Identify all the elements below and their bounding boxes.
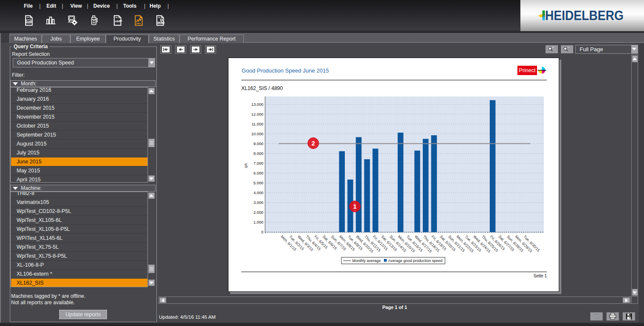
svg-text:12.000: 12.000 bbox=[251, 112, 263, 116]
svg-text:3.000: 3.000 bbox=[254, 201, 263, 205]
svg-text:13.000: 13.000 bbox=[251, 102, 263, 107]
svg-text:0: 0 bbox=[261, 230, 263, 234]
svg-text:iph: iph bbox=[244, 163, 248, 168]
svg-text:Prinect: Prinect bbox=[519, 67, 536, 73]
svg-text:XL162_SIS / 4890: XL162_SIS / 4890 bbox=[241, 85, 283, 91]
svg-text:9.000: 9.000 bbox=[254, 142, 263, 146]
svg-text:6.000: 6.000 bbox=[254, 171, 263, 175]
svg-text:Seite 1: Seite 1 bbox=[534, 274, 547, 278]
svg-text:Average good production speed: Average good production speed bbox=[388, 259, 442, 263]
svg-text:Good Production Speed June 201: Good Production Speed June 2015 bbox=[242, 67, 329, 74]
svg-text:1.000: 1.000 bbox=[254, 220, 263, 224]
svg-text:1: 1 bbox=[353, 203, 357, 210]
svg-text:4.000: 4.000 bbox=[254, 191, 263, 195]
svg-text:2.000: 2.000 bbox=[254, 210, 263, 215]
svg-text:5.000: 5.000 bbox=[254, 181, 263, 185]
svg-text:10.000: 10.000 bbox=[251, 132, 263, 136]
svg-text:8.000: 8.000 bbox=[254, 151, 263, 156]
svg-text:11.000: 11.000 bbox=[251, 122, 263, 126]
svg-text:2: 2 bbox=[312, 140, 315, 147]
svg-text:Monthly average: Monthly average bbox=[352, 259, 381, 263]
svg-text:ABC: ABC bbox=[27, 20, 33, 23]
svg-text:7.000: 7.000 bbox=[254, 161, 263, 166]
svg-text:HEIDELBERG: HEIDELBERG bbox=[545, 8, 624, 23]
